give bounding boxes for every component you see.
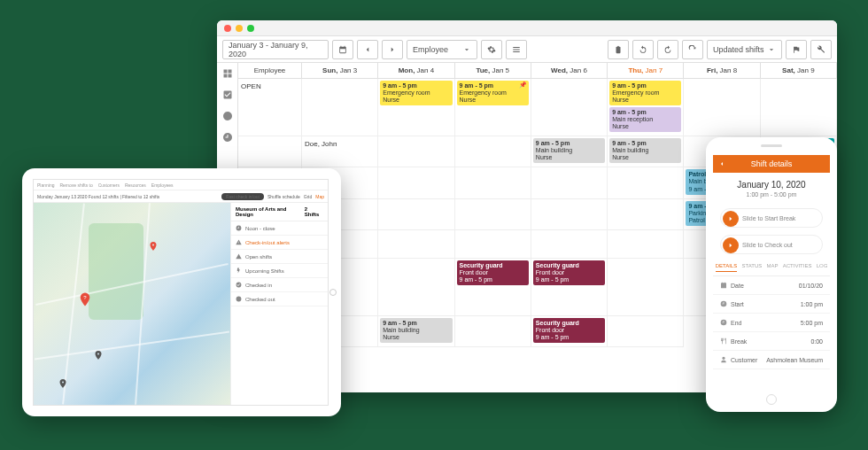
check-icon[interactable] — [222, 89, 233, 100]
next-button[interactable] — [382, 40, 403, 59]
slide2-label: Slide to Check out — [742, 242, 793, 248]
grid-link[interactable]: Grid — [304, 194, 312, 199]
schedule-cell[interactable] — [378, 230, 454, 259]
pie-icon[interactable] — [222, 111, 233, 121]
arrow-right-icon — [727, 215, 734, 222]
maximize-dot[interactable] — [247, 25, 254, 32]
settings-button[interactable] — [481, 40, 502, 59]
tablet-nav-item[interactable]: Employees — [151, 182, 174, 188]
phone-tab[interactable]: DETAILS — [716, 263, 738, 272]
schedule-cell[interactable] — [455, 316, 531, 347]
arrow-right-icon — [727, 242, 734, 249]
schedule-cell[interactable]: 9 am - 5 pmEmergency roomNurse — [378, 79, 454, 136]
schedule-cell[interactable] — [378, 136, 454, 167]
schedule-cell[interactable]: Security guardFront door9 am - 5 pm — [455, 259, 531, 316]
tools-button[interactable] — [810, 40, 832, 59]
refresh-button[interactable] — [682, 40, 703, 59]
calendar-button[interactable] — [332, 40, 353, 59]
minimize-dot[interactable] — [236, 25, 243, 32]
grouping-dropdown[interactable]: Employee — [407, 40, 477, 59]
shift-block[interactable]: Security guardFront door9 am - 5 pm — [457, 260, 529, 285]
side-panel-item[interactable]: Check-in/out alerts — [231, 236, 328, 250]
side-panel-item[interactable]: Checked in — [231, 278, 328, 292]
schedule-cell[interactable] — [531, 79, 608, 136]
phone-tab[interactable]: MAP — [766, 263, 778, 272]
employee-name-cell[interactable] — [531, 230, 608, 259]
schedule-cell[interactable] — [608, 230, 684, 259]
slide-start-break[interactable]: Slide to Start Break — [720, 208, 823, 228]
schedule-cell[interactable] — [608, 167, 684, 198]
map-pin-grey-icon[interactable] — [58, 378, 68, 389]
schedule-cell[interactable] — [684, 79, 760, 136]
shift-block[interactable]: 9 am - 5 pmEmergency roomNurse — [609, 81, 681, 105]
map-link[interactable]: Map — [315, 194, 324, 199]
map-pin-selected-icon[interactable]: ? — [77, 291, 93, 307]
shift-block[interactable]: Security guardFront door9 am - 5 pm — [533, 260, 605, 285]
phone-tab[interactable]: ACTIVITIES — [783, 263, 812, 272]
side-panel-item[interactable]: Open shifts — [231, 250, 328, 264]
publish-button[interactable] — [786, 40, 807, 59]
clock-icon[interactable] — [222, 132, 233, 143]
schedule-cell[interactable] — [455, 167, 531, 198]
schedule-cell[interactable]: Security guardFront door9 am - 5 pm — [531, 316, 608, 347]
filter-label: Updated shifts — [713, 45, 764, 54]
schedule-cell[interactable]: 9 am - 5 pmMain buildingNurse — [531, 136, 608, 167]
shift-block[interactable]: 9 am - 5 pmMain buildingNurse — [533, 138, 605, 163]
shift-block[interactable]: Security guardFront door9 am - 5 pm — [533, 318, 605, 343]
schedule-cell[interactable] — [302, 79, 378, 136]
tablet-nav-item[interactable]: Customers — [98, 182, 120, 188]
map-pin-grey-icon[interactable] — [93, 350, 104, 361]
schedule-cell[interactable] — [455, 136, 531, 167]
in-icon — [236, 282, 242, 288]
schedule-cell[interactable] — [238, 136, 302, 167]
phone-tab[interactable]: STATUS — [741, 263, 762, 272]
schedule-cell[interactable] — [378, 259, 454, 316]
side-panel-item[interactable]: Noon - close — [231, 221, 328, 236]
filter-dropdown[interactable]: Updated shifts — [707, 40, 782, 59]
schedule-cell[interactable]: 9 am - 5 pmEmergency roomNurse9 am - 5 p… — [608, 79, 684, 136]
shift-block[interactable]: 9 am - 5 pmMain buildingNurse — [380, 318, 452, 343]
side-panel-item[interactable]: Upcoming Shifts — [231, 264, 328, 278]
tablet-nav-item[interactable]: Resources — [125, 182, 146, 188]
schedule-cell[interactable] — [608, 316, 684, 347]
shift-block[interactable]: 9 am - 5 pmMain receptionNurse — [609, 107, 681, 132]
tablet-nav-item[interactable]: Remove shifts to — [59, 182, 92, 188]
back-icon[interactable] — [718, 160, 725, 167]
schedule-cell[interactable] — [608, 199, 684, 230]
slide1-label: Slide to Start Break — [742, 215, 795, 221]
shift-block[interactable]: 9 am - 5 pmEmergency roomNurse📌 — [457, 81, 529, 105]
list-view-button[interactable] — [506, 40, 527, 59]
side-panel-item[interactable]: Checked out — [231, 292, 328, 306]
undo-button[interactable] — [632, 40, 654, 59]
schedule-cell[interactable]: 9 am - 5 pmMain buildingNurse — [608, 136, 684, 167]
schedule-cell[interactable] — [455, 230, 531, 259]
schedule-cell[interactable]: 9 am - 5 pmEmergency roomNurse📌 — [455, 79, 531, 136]
schedule-cell[interactable] — [531, 167, 608, 198]
slide-check-out[interactable]: Slide to Check out — [720, 235, 823, 254]
redo-button[interactable] — [657, 40, 678, 59]
schedule-cell[interactable] — [378, 199, 454, 230]
employee-name-cell[interactable]: Doe, John — [302, 136, 378, 167]
grid-icon[interactable] — [222, 68, 233, 79]
shift-block[interactable]: 9 am - 5 pmEmergency roomNurse — [380, 81, 452, 105]
employee-name-cell[interactable]: OPEN — [238, 79, 302, 136]
shift-block[interactable]: 9 am - 5 pmMain buildingNurse — [609, 138, 681, 163]
employee-name-cell[interactable] — [378, 167, 454, 198]
phone-tab[interactable]: LOG — [817, 263, 828, 272]
schedule-cell[interactable]: Security guardFront door9 am - 5 pm — [531, 259, 608, 316]
map-view[interactable]: ? — [34, 203, 230, 405]
clipboard-button[interactable] — [608, 40, 629, 59]
map-pin-icon[interactable] — [148, 241, 159, 252]
shuffle-link[interactable]: Shuffle schedule — [267, 194, 300, 199]
schedule-cell[interactable] — [761, 79, 837, 136]
employee-name-cell[interactable] — [608, 259, 684, 316]
employee-name-cell[interactable] — [455, 199, 531, 230]
schedule-cell[interactable]: 9 am - 5 pmMain buildingNurse — [378, 316, 454, 347]
fast-checkin-toggle[interactable]: Fast check in/out — [221, 193, 264, 200]
prev-button[interactable] — [357, 40, 378, 59]
schedule-cell[interactable] — [531, 199, 608, 230]
user-icon — [720, 356, 727, 363]
tablet-nav-item[interactable]: Planning — [37, 182, 54, 188]
date-range-picker[interactable]: January 3 - January 9, 2020 — [222, 40, 329, 59]
close-dot[interactable] — [224, 25, 231, 32]
